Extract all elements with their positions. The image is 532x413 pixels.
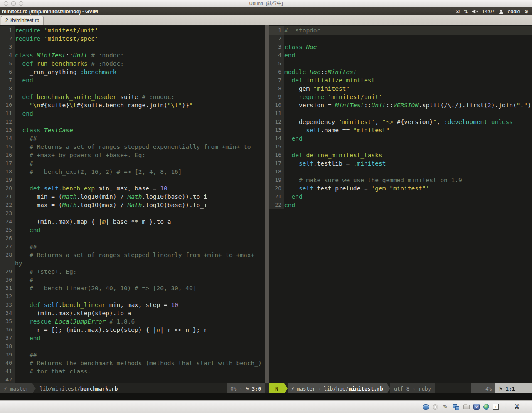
code-token [15,60,22,67]
session-username[interactable]: eddie [508,9,520,15]
code-line: 35 rescue LocalJumpError # 1.8.6 [0,317,265,326]
code-token: by [15,260,22,267]
line-number: 14 [269,134,284,143]
code-token: # +max+ by powers of +base+. Eg: [15,152,145,158]
clock[interactable]: 14:07 [482,9,495,15]
code-token: "." [517,102,527,109]
code-text: ## [15,351,265,359]
code-token [15,335,30,341]
code-text: ## [15,134,265,143]
cd-icon[interactable] [433,404,438,410]
line-number: 5 [0,59,15,68]
line-number: 22 [0,201,15,209]
line-number: 40 [0,359,15,367]
code-token: " [433,119,437,125]
code-text [15,84,265,93]
code-token: \t [69,102,76,109]
volume-icon[interactable] [472,9,478,14]
folder-icon[interactable] [463,405,470,409]
code-token: end [22,77,33,84]
tab-minitest[interactable]: 2 l/h/minitest.rb [1,16,44,25]
code-token: Minitest [328,69,357,75]
code-token: .name == [320,127,353,134]
line-number: 21 [0,193,15,201]
code-token: rescue [30,318,51,325]
line-number: 15 [0,143,15,151]
right-buffer-minitest[interactable]: 1# :stopdoc:23class Hoe4end56module Hoe:… [269,25,532,383]
code-text: end [15,334,265,342]
code-text: # Returns the benchmark methods (methods… [15,359,265,367]
code-token: MiniTest [37,52,66,59]
code-token: self [299,185,313,192]
line-number: 16 [269,151,284,159]
position-segment: ⚑ 1:1 [495,383,532,393]
code-text: end [284,193,532,201]
code-token: Math [128,193,142,200]
line-number: 10 [269,101,284,109]
globe-icon[interactable] [483,404,489,410]
network-icon[interactable] [453,403,460,411]
code-token: require [299,94,324,100]
line-number: 24 [0,218,15,226]
code-token [15,94,22,100]
branch-name: master [10,386,29,392]
scroll-percent-segment: 4% [471,383,495,393]
vertical-split-separator[interactable] [265,25,269,383]
code-token: . [59,302,62,308]
code-token: define_minitest_tasks [306,152,382,158]
cursor-ruler: 1:1 [506,386,515,392]
statusline-row: ⚡ master lib/minitest/benchmark.rb 0% ‹ … [0,383,532,393]
code-line: 12 dependency 'minitest', "~> #{version}… [269,118,532,126]
code-token: .testlib = [313,160,353,167]
line-number: 13 [0,126,15,134]
mode-indicator: N [269,383,284,393]
code-text: def self.bench_exp min, max, base = 10 [15,184,265,193]
code-text: end [284,134,532,143]
code-token: #{suite.bench_range.join( [76,102,167,109]
pencil-icon[interactable]: ✎ [442,403,449,411]
code-line: 16 # +max+ by powers of +base+. Eg: [0,151,265,159]
code-text: gem "minitest" [284,84,532,93]
left-buffer-benchmark[interactable]: 1require 'minitest/unit'2require 'minite… [0,25,265,383]
line-number: 28 [0,251,15,259]
code-text: # Returns a set of ranges stepped expone… [15,143,265,151]
code-token [51,318,55,325]
gear-icon[interactable]: ⚙ [524,9,529,14]
line-number: 26 [0,234,15,242]
code-token: ## [15,351,37,358]
code-token: # Returns the benchmark methods (methods… [15,360,262,366]
code-token: m [102,218,106,225]
code-line: 8 [0,84,265,93]
line-number: 13 [269,126,284,134]
vm-badge-icon[interactable]: V [473,404,480,410]
code-line: 22 max = (Math.log10(max) / Math.log10(b… [0,201,265,209]
line-number: 30 [0,276,15,284]
code-line: 8 gem "minitest" [269,84,532,93]
mail-icon[interactable]: ✉ [456,9,460,14]
network-arrows-icon[interactable]: ⇅ [464,9,468,14]
code-token: "minitest" [313,85,350,92]
code-token: min, max, base = [95,185,160,192]
code-token: run_benchmarks [37,60,87,67]
code-token: def [291,77,302,84]
line-number: 27 [0,242,15,251]
code-line: 6 _run_anything :benchmark [0,68,265,76]
command-icon[interactable]: ⌘ [513,403,520,411]
disk-icon[interactable] [423,404,429,410]
code-text: # +max+ by powers of +base+. Eg: [15,151,265,159]
file-path: lib/hoe/minitest.rb [324,386,383,392]
line-number: 38 [0,342,15,351]
code-line: 26 [0,234,265,242]
code-token: ## [15,135,37,142]
back-arrow-icon[interactable]: ← [502,403,510,411]
editor-area: 1require 'minitest/unit'2require 'minite… [0,25,532,383]
code-token: VERSION [393,102,419,109]
code-token: self [44,185,59,192]
vim-command-line[interactable] [0,393,532,400]
code-token: .log10(base)).to_i [142,202,207,208]
code-line: 40 # Returns the benchmark methods (meth… [0,359,265,367]
download-icon[interactable]: ↓ [493,404,499,410]
code-line: 21 min = (Math.log10(min) / Math.log10(b… [0,193,265,201]
code-token: 10 [171,302,178,308]
line-number: 35 [0,317,15,326]
